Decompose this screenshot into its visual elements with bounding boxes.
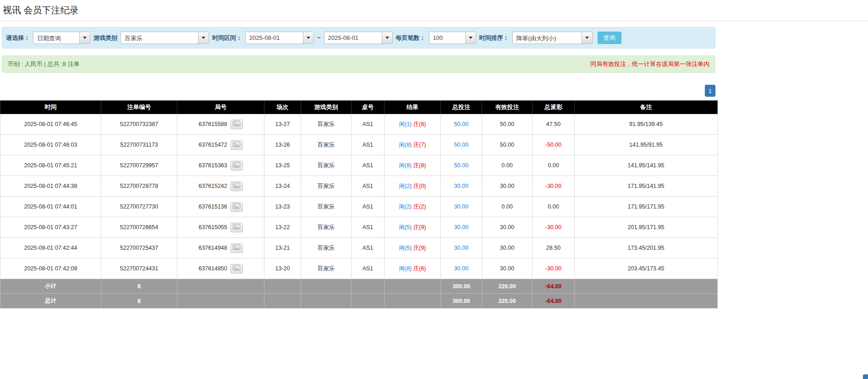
page-size-caret-button[interactable] [465, 32, 476, 44]
total-bet-link[interactable]: 30.00 [454, 224, 468, 231]
cell-round-number: 637614948 [177, 238, 264, 258]
footer-empty [301, 294, 352, 308]
cell-payout: -30.00 [533, 258, 575, 279]
cell-game-category: 百家乐 [301, 258, 352, 279]
cell-time: 2025-08-01 07:45:21 [0, 155, 101, 176]
cell-payout: -30.00 [533, 176, 575, 197]
total-bet-link[interactable]: 50.00 [454, 162, 468, 169]
page-size-select[interactable]: 100 [429, 32, 476, 44]
page-title: 视讯 会员下注纪录 [3, 4, 865, 16]
query-type-select[interactable]: 日期查询 [33, 32, 90, 44]
cell-time: 2025-08-01 07:46:03 [0, 135, 101, 155]
column-header: 时间 [0, 101, 101, 114]
result-banker: 庄(8) [413, 121, 426, 127]
cell-valid-bet: 30.00 [482, 176, 533, 197]
round-number-text: 637615242 [198, 182, 227, 189]
cell-remark: 173.45/201.95 [575, 238, 718, 258]
cell-session: 13-27 [264, 114, 301, 135]
game-category-select[interactable]: 百家乐 [121, 32, 209, 44]
footer-valid-bet: 220.00 [482, 279, 533, 294]
cell-table-number: AS1 [352, 217, 385, 238]
round-number-text: 637614850 [198, 265, 227, 271]
cell-total-bet: 30.00 [441, 197, 482, 217]
cell-bet-number: 522700726654 [101, 217, 177, 238]
round-record-icon [232, 162, 241, 169]
cell-result: 闲(1) 庄(8) [385, 114, 441, 135]
cell-bet-number: 522700728778 [101, 176, 177, 197]
cell-table-number: AS1 [352, 258, 385, 279]
page-button-1[interactable]: 1 [705, 85, 715, 97]
round-record-button[interactable] [231, 243, 243, 253]
round-record-button[interactable] [231, 264, 243, 274]
currency-summary-text: 币别 : 人民币 | 总共 :8 注单 [8, 60, 80, 68]
cell-round-number: 637615136 [177, 197, 264, 217]
time-range-label: 时间区间： [212, 34, 242, 42]
round-record-button[interactable] [231, 140, 243, 150]
cell-result: 闲(2) 庄(0) [385, 176, 441, 197]
date-from-caret-button[interactable] [303, 32, 313, 44]
time-sort-value[interactable]: 降幂(由大到小) [513, 32, 582, 44]
page-size-value[interactable]: 100 [429, 32, 465, 44]
time-sort-caret-button[interactable] [582, 32, 592, 44]
cell-session: 13-26 [264, 135, 301, 155]
round-record-icon [232, 265, 241, 272]
round-record-button[interactable] [231, 202, 243, 212]
column-header: 总派彩 [533, 101, 575, 114]
table-row: 2025-08-01 07:46:45522700732387637615588… [0, 114, 718, 135]
date-from-value[interactable]: 2025-08-01 [246, 32, 303, 44]
total-bet-link[interactable]: 30.00 [454, 183, 468, 189]
total-bet-link[interactable]: 50.00 [454, 142, 468, 148]
game-category-caret-button[interactable] [198, 32, 209, 44]
chevron-down-icon [469, 37, 472, 39]
cell-session: 13-23 [264, 197, 301, 217]
total-bet-link[interactable]: 30.00 [454, 265, 468, 272]
date-to-value[interactable]: 2025-08-01 [324, 32, 382, 44]
cell-table-number: AS1 [352, 197, 385, 217]
cell-bet-number: 522700732387 [101, 114, 177, 135]
date-from-select[interactable]: 2025-08-01 [245, 32, 314, 44]
total-bet-link[interactable]: 30.00 [454, 245, 468, 251]
pagination-bottom-button[interactable]: 1 [863, 374, 868, 379]
query-type-value[interactable]: 日期查询 [33, 32, 79, 44]
cell-result: 闲(5) 庄(9) [385, 238, 441, 258]
filter-bar: 请选择： 日期查询 游戏类别 百家乐 时间区间： 2025-08-01 ~ 20… [2, 27, 715, 49]
time-sort-select[interactable]: 降幂(由大到小) [512, 32, 593, 44]
cell-total-bet: 50.00 [441, 135, 482, 155]
date-to-select[interactable]: 2025-08-01 [324, 32, 393, 44]
round-record-icon [232, 182, 241, 190]
column-header: 总投注 [441, 101, 482, 114]
footer-total-bet: 300.00 [441, 294, 482, 308]
query-type-caret-button[interactable] [79, 32, 90, 44]
cell-bet-number: 522700729957 [101, 155, 177, 176]
notice-text: 同局有效投注，统一计算在该局第一张注单内 [590, 60, 709, 68]
cell-total-bet: 50.00 [441, 114, 482, 135]
search-button[interactable]: 查询 [598, 32, 621, 44]
cell-total-bet: 30.00 [441, 258, 482, 279]
cell-session: 13-25 [264, 155, 301, 176]
result-banker: 庄(9) [413, 245, 426, 251]
round-record-button[interactable] [231, 161, 243, 170]
round-record-icon [232, 203, 241, 210]
footer-empty [385, 279, 441, 294]
date-to-caret-button[interactable] [382, 32, 392, 44]
column-header: 场次 [264, 101, 301, 114]
title-bar: 视讯 会员下注纪录 [0, 0, 868, 21]
game-category-value[interactable]: 百家乐 [121, 32, 198, 44]
total-bet-link[interactable]: 30.00 [454, 203, 468, 210]
round-record-button[interactable] [231, 181, 243, 191]
table-row: 2025-08-01 07:45:21522700729957637615363… [0, 155, 718, 176]
round-record-button[interactable] [231, 120, 243, 129]
cell-session: 13-24 [264, 176, 301, 197]
result-banker: 庄(7) [413, 142, 426, 148]
total-bet-link[interactable]: 50.00 [454, 121, 468, 127]
round-number-text: 637615472 [198, 141, 227, 148]
cell-remark: 141.95/91.95 [575, 135, 718, 155]
table-row: 2025-08-01 07:43:27522700726654637615055… [0, 217, 718, 238]
footer-label: 总计 [0, 294, 101, 308]
result-banker: 庄(8) [413, 162, 426, 169]
round-record-button[interactable] [231, 223, 243, 232]
result-banker: 庄(2) [413, 203, 426, 210]
result-player: 闲(2) [399, 183, 412, 189]
subtotal-row: 小计8300.00220.00-64.00 [0, 279, 718, 294]
result-player: 闲(5) [399, 224, 412, 231]
